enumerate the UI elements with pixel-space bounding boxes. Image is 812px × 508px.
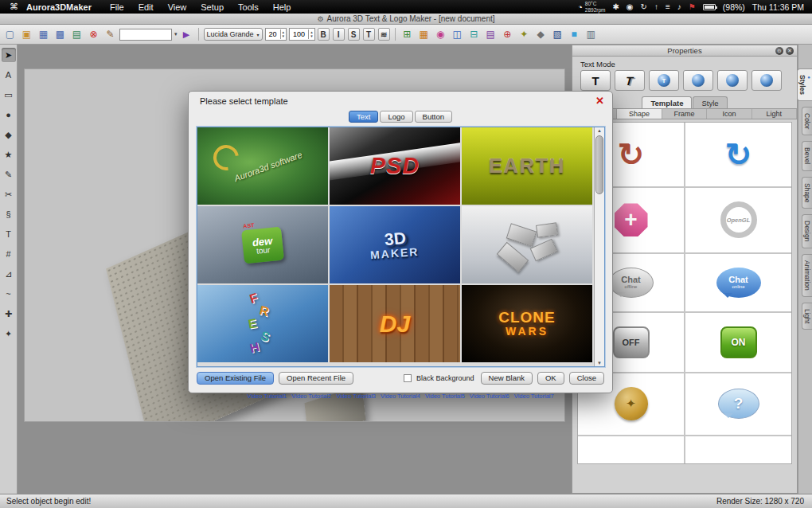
menu-extra-icon[interactable]: ✱ <box>612 2 619 11</box>
text-style-button[interactable]: ≋ <box>378 28 390 41</box>
ellipse-shape-tool[interactable]: ● <box>2 107 16 122</box>
stepper-down-icon[interactable]: ▾ <box>283 34 285 38</box>
side-tab-bevel[interactable]: Bevel <box>802 141 812 170</box>
open-folder-icon[interactable]: ▣ <box>20 28 33 41</box>
menu-clock[interactable]: Thu 11:36 PM <box>752 2 804 12</box>
sphere-mode-button-2[interactable] <box>683 70 713 91</box>
menu-extra-icon[interactable]: ≡ <box>666 2 670 11</box>
font-family-select[interactable]: Lucida Grande ▾ <box>204 28 263 41</box>
menu-item[interactable]: Help <box>266 2 299 12</box>
save-icon[interactable]: ▦ <box>37 28 50 41</box>
cube-icon[interactable]: ■ <box>568 28 581 41</box>
template-thumb-clone-wars[interactable]: CLONE WARS <box>462 285 592 362</box>
brush-icon[interactable]: ✎ <box>103 28 117 41</box>
text-style-button[interactable]: T <box>363 28 375 41</box>
side-tab-shape[interactable]: Shape <box>802 177 812 209</box>
select-tool[interactable]: ➤ <box>2 48 16 62</box>
battery-icon[interactable] <box>703 4 716 10</box>
dialog-tab-button[interactable]: Button <box>415 111 452 123</box>
new-blank-button[interactable]: New Blank <box>481 372 533 385</box>
columns-icon[interactable]: ◫ <box>451 28 464 41</box>
texture-icon[interactable]: ▦ <box>417 28 431 41</box>
char-height-stepper[interactable]: 100 ▴▾ <box>289 28 315 41</box>
side-tab-light[interactable]: Light <box>802 303 812 330</box>
panel-close-icon[interactable]: ✕ <box>786 47 794 55</box>
template-thumb-aurora[interactable]: Aurora3d software <box>197 127 328 205</box>
menu-item[interactable]: Edit <box>131 2 161 12</box>
text-style-button[interactable]: I <box>333 28 345 41</box>
panel-detach-icon[interactable]: ⊙ <box>775 47 783 55</box>
dialog-tab-text[interactable]: Text <box>349 111 378 123</box>
template-scrollbar[interactable]: ▲ ▼ <box>594 127 604 366</box>
stepper-down-icon[interactable]: ▾ <box>310 34 313 38</box>
save-all-icon[interactable]: ▩ <box>53 28 67 41</box>
sparkle-tool[interactable]: ✦ <box>2 326 16 341</box>
video-tutorial-link[interactable]: Video Tutorial7 <box>514 393 554 400</box>
pen-tool[interactable]: ✎ <box>2 167 16 182</box>
menu-item[interactable]: View <box>161 2 194 12</box>
table-icon[interactable]: ▥ <box>584 28 598 41</box>
template-thumb-dew-tour[interactable]: AST dew tour <box>197 206 328 283</box>
app-menu-title[interactable]: Aurora3DMaker <box>26 2 92 12</box>
template-thumb-psd[interactable]: PSD <box>330 127 460 205</box>
template-thumb-fresh[interactable]: F R E S H <box>197 285 328 362</box>
shape-item-partial[interactable] <box>685 436 791 463</box>
text-style-button[interactable]: B <box>318 28 330 41</box>
star-shape-tool[interactable]: ★ <box>2 147 16 162</box>
scroll-down-icon[interactable]: ▼ <box>595 361 604 365</box>
quick-text-input[interactable] <box>119 29 172 41</box>
chart-icon[interactable]: ▤ <box>484 28 498 41</box>
video-tutorial-link[interactable]: Video Tutorial5 <box>425 393 465 400</box>
input-language-flag-icon[interactable]: ⚑ <box>689 2 696 11</box>
video-tutorial-link[interactable]: Video Tutorial6 <box>470 393 509 400</box>
menu-extra-icon[interactable]: ↻ <box>641 2 647 11</box>
menu-item[interactable]: Tools <box>231 2 266 12</box>
menu-item[interactable]: File <box>103 2 131 12</box>
font-size-stepper[interactable]: 20 ▴▾ <box>265 28 287 41</box>
sphere-mode-button-3[interactable] <box>717 70 748 91</box>
rows-icon[interactable]: ⊟ <box>467 28 481 41</box>
grid-tool[interactable]: # <box>2 247 16 261</box>
subtab-frame[interactable]: Frame <box>662 109 707 119</box>
side-tab-color[interactable]: Color <box>802 107 812 135</box>
text-tool[interactable]: A <box>2 68 16 82</box>
video-tutorial-link[interactable]: Video Tutorial1 <box>247 393 287 400</box>
diamond-shape-tool[interactable]: ◆ <box>2 127 16 142</box>
subtab-icon[interactable]: Icon <box>707 109 751 119</box>
scrollbar-thumb[interactable] <box>595 135 603 194</box>
ok-button[interactable]: OK <box>537 372 564 385</box>
template-thumb-earth[interactable]: EARTH <box>462 127 592 205</box>
play-icon[interactable]: ▶ <box>180 28 193 41</box>
dialog-tab-logo[interactable]: Logo <box>380 111 412 123</box>
open-existing-file-button[interactable]: Open Existing File <box>197 372 274 385</box>
tab-style[interactable]: Style <box>693 96 727 108</box>
side-tab-animation[interactable]: Animation <box>802 254 812 297</box>
layers-icon[interactable]: ▧ <box>551 28 564 41</box>
black-background-checkbox[interactable] <box>404 374 412 382</box>
video-tutorial-link[interactable]: Video Tutorial3 <box>336 393 376 400</box>
text-frame-tool[interactable]: T <box>2 227 16 241</box>
menu-extra-icon[interactable]: ♪ <box>677 2 681 11</box>
text-style-button[interactable]: S <box>348 28 360 41</box>
delete-icon[interactable]: ⊗ <box>87 28 100 41</box>
temperature-widget[interactable]: ◔ 80°C 2892rpm <box>577 1 605 13</box>
sphere-mode-button-1[interactable]: T <box>649 70 679 91</box>
magnet-icon[interactable]: ⊕ <box>501 28 514 41</box>
text-mode-flat-button[interactable]: T <box>580 70 611 91</box>
shape-item-refresh-blue[interactable]: ↻ <box>685 123 791 186</box>
pin-icon[interactable]: ◆ <box>534 28 548 41</box>
add-node-tool[interactable]: ✚ <box>2 307 16 321</box>
cut-tool[interactable]: ✂ <box>2 187 16 201</box>
apple-menu-icon[interactable]: ⌘ <box>10 2 18 12</box>
subtab-light[interactable]: Light <box>752 109 797 119</box>
template-thumb-dj-fire[interactable]: DJ <box>330 285 460 362</box>
sphere-mode-button-4[interactable] <box>751 70 782 91</box>
side-tab-design[interactable]: Design <box>802 214 812 248</box>
subtab-shape[interactable]: Shape <box>617 109 662 119</box>
side-tab-styles[interactable]: Styles <box>797 68 812 101</box>
dialog-close-icon[interactable]: ✕ <box>595 95 604 107</box>
rect-shape-tool[interactable]: ▭ <box>2 88 16 102</box>
close-button[interactable]: Close <box>569 372 604 385</box>
menu-extra-icon[interactable]: ↑ <box>654 2 658 11</box>
grid-icon[interactable]: ⊞ <box>400 28 414 41</box>
